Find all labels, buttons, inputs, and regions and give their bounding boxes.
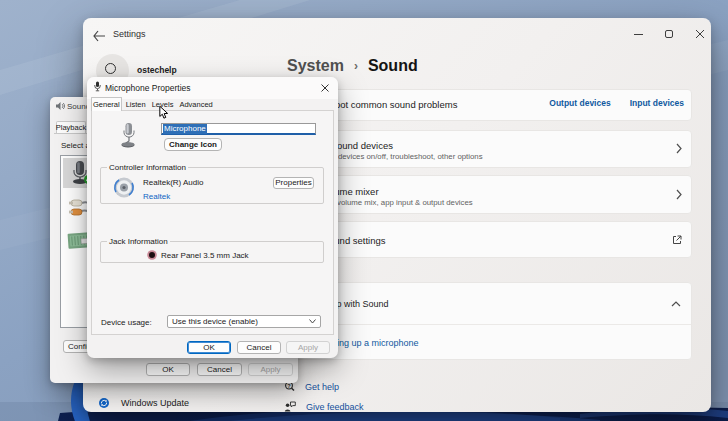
feedback-icon (284, 401, 296, 412)
sound-ok-button[interactable]: OK (146, 363, 190, 376)
account-name: ostechelp (137, 65, 177, 75)
change-icon-button[interactable]: Change Icon (164, 138, 222, 151)
breadcrumb-separator-icon: › (354, 59, 358, 73)
page-title: Sound (368, 57, 418, 75)
mic-title-icon (94, 81, 101, 92)
sound-cancel-button[interactable]: Cancel (197, 363, 242, 376)
maximize-button[interactable] (658, 25, 680, 43)
jack-information-label: Jack Information (107, 237, 170, 246)
speaker-icon (56, 101, 65, 111)
card-volume-mixer[interactable]: Volume mixer App volume mix, app input &… (287, 175, 692, 214)
breadcrumb: System › Sound (287, 57, 418, 75)
windows-update-icon (99, 398, 109, 408)
controller-information-group: Controller Information Realtek(R) Audio … (100, 167, 324, 204)
dropdown-chevron-icon (309, 319, 316, 324)
input-devices-button[interactable]: Input devices (630, 98, 684, 108)
microphone-large-icon (120, 122, 137, 149)
tab-advanced[interactable]: Advanced (177, 97, 214, 111)
chevron-right-icon (676, 143, 682, 154)
minimize-button[interactable] (627, 25, 649, 43)
output-devices-button[interactable]: Output devices (549, 98, 610, 108)
avatar-person-icon (105, 63, 116, 74)
device-usage-value: Use this device (enable) (172, 317, 258, 326)
external-link-icon (672, 235, 682, 245)
breadcrumb-system[interactable]: System (287, 57, 344, 75)
tab-general[interactable]: General (91, 97, 122, 112)
card-more-sound-settings[interactable]: More sound settings (287, 221, 692, 258)
card-all-sound-devices[interactable]: All sound devices Turn devices on/off, t… (287, 130, 692, 168)
mic-cancel-button[interactable]: Cancel (237, 341, 281, 354)
mic-apply-button[interactable]: Apply (286, 341, 330, 354)
give-feedback-row[interactable]: Give feedback (284, 401, 364, 412)
sound-apply-button[interactable]: Apply (248, 363, 293, 376)
mic-dialog-title: Microphone Properties (105, 83, 191, 93)
chevron-right-icon (676, 189, 682, 200)
volume-mixer-sub: App volume mix, app input & output devic… (321, 198, 473, 207)
device-usage-label: Device usage: (101, 318, 152, 327)
svg-text:?: ? (287, 383, 291, 389)
tab-listen[interactable]: Listen (124, 97, 148, 111)
sidebar-item-windows-update[interactable]: Windows Update (99, 398, 189, 408)
give-feedback-label: Give feedback (306, 402, 364, 412)
jack-icon (147, 250, 157, 260)
mic-ok-button[interactable]: OK (187, 341, 231, 354)
properties-button[interactable]: Properties (273, 177, 314, 189)
close-button[interactable] (689, 25, 711, 43)
back-icon[interactable] (92, 30, 110, 46)
jack-information-group: Jack Information Rear Panel 3.5 mm Jack (100, 241, 324, 263)
divider (288, 324, 691, 325)
mic-dialog-close-icon[interactable] (317, 80, 333, 95)
microphone-properties-dialog: Microphone Properties General Listen Lev… (87, 77, 338, 358)
settings-title: Settings (113, 29, 146, 39)
card-troubleshoot: Troubleshoot common sound problems Outpu… (287, 89, 692, 121)
windows-update-label: Windows Update (121, 398, 189, 408)
controller-name: Realtek(R) Audio (143, 178, 203, 187)
mouse-cursor (159, 105, 169, 120)
realtek-link[interactable]: Realtek (143, 192, 170, 201)
tab-playback[interactable]: Playback (56, 121, 86, 133)
device-name-selected-text: Microphone (163, 124, 207, 134)
get-help-label: Get help (305, 382, 339, 392)
device-name-input[interactable]: Microphone (161, 123, 316, 135)
realtek-icon (113, 176, 135, 199)
desktop: Settings ostechelp System › Sound Troubl… (0, 0, 728, 421)
controller-information-label: Controller Information (107, 163, 188, 172)
all-sound-devices-sub: Turn devices on/off, troubleshoot, other… (320, 152, 483, 161)
chevron-up-icon[interactable] (671, 301, 681, 307)
card-help: Help with Sound Setting up a microphone (287, 282, 692, 360)
jack-text: Rear Panel 3.5 mm Jack (161, 251, 249, 260)
device-usage-select[interactable]: Use this device (enable) (167, 315, 321, 328)
